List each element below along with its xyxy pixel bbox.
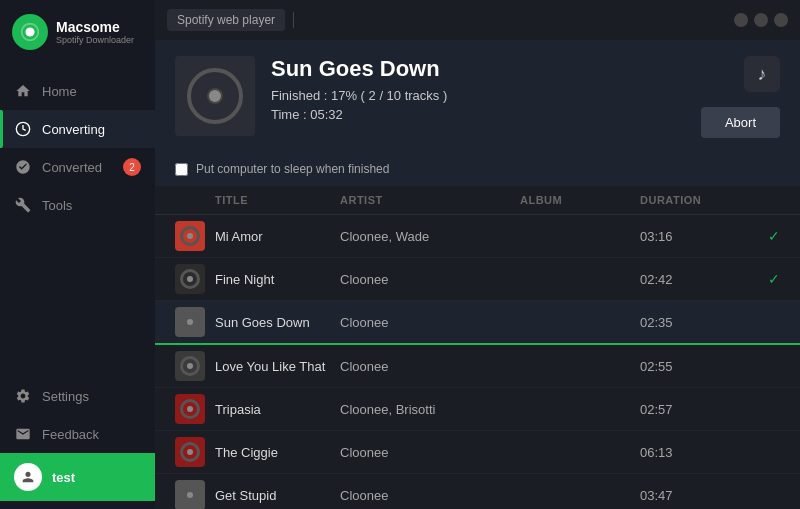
track-artist: Cloonee bbox=[340, 315, 520, 330]
track-artist: Cloonee bbox=[340, 445, 520, 460]
converted-label: Converted bbox=[42, 160, 102, 175]
tools-label: Tools bbox=[42, 198, 72, 213]
track-thumb-cell bbox=[175, 480, 215, 509]
track-duration: 03:47 bbox=[640, 488, 740, 503]
disc-center bbox=[187, 233, 193, 239]
disc-center bbox=[187, 319, 193, 325]
app-name: Macsome bbox=[56, 19, 134, 35]
converted-badge: 2 bbox=[123, 158, 141, 176]
sidebar-bottom: Settings Feedback test bbox=[0, 377, 155, 509]
track-title: Fine Night bbox=[215, 272, 340, 287]
track-title: Sun Goes Down bbox=[215, 315, 340, 330]
track-status: ✓ bbox=[740, 228, 780, 244]
disc-center bbox=[187, 276, 193, 282]
track-artist: Cloonee, Brisotti bbox=[340, 402, 520, 417]
titlebar-left: Spotify web player bbox=[167, 9, 294, 31]
track-title: Get Stupid bbox=[215, 488, 340, 503]
player-label: Spotify web player bbox=[167, 9, 285, 31]
track-thumb-cell bbox=[175, 351, 215, 381]
sleep-checkbox[interactable] bbox=[175, 163, 188, 176]
disc-center bbox=[187, 406, 193, 412]
track-duration: 02:42 bbox=[640, 272, 740, 287]
feedback-label: Feedback bbox=[42, 427, 99, 442]
disc-icon bbox=[180, 226, 200, 246]
checkmark-icon: ✓ bbox=[768, 271, 780, 287]
col-album: ALBUM bbox=[520, 194, 640, 206]
titlebar: Spotify web player — □ ✕ bbox=[155, 0, 800, 40]
track-title: The Ciggie bbox=[215, 445, 340, 460]
titlebar-divider bbox=[293, 12, 294, 28]
svg-point-0 bbox=[25, 27, 34, 36]
disc-icon bbox=[180, 442, 200, 462]
feedback-icon bbox=[14, 425, 32, 443]
home-label: Home bbox=[42, 84, 77, 99]
header-section: Sun Goes Down Finished : 17% ( 2 / 10 tr… bbox=[155, 40, 800, 152]
track-duration: 02:55 bbox=[640, 359, 740, 374]
sidebar-item-settings[interactable]: Settings bbox=[0, 377, 155, 415]
disc-icon bbox=[180, 269, 200, 289]
table-body: Mi Amor Cloonee, Wade 03:16 ✓ Fine Night… bbox=[155, 215, 800, 509]
disc-center bbox=[187, 449, 193, 455]
main-content: Spotify web player — □ ✕ Sun Goes Down F… bbox=[155, 0, 800, 509]
album-title: Sun Goes Down bbox=[271, 56, 780, 82]
nav-items: Home Converting Converted 2 Tools bbox=[0, 64, 155, 232]
track-thumbnail bbox=[175, 221, 205, 251]
abort-area: Abort bbox=[701, 107, 780, 138]
maximize-button[interactable]: □ bbox=[754, 13, 768, 27]
track-thumb-cell bbox=[175, 307, 215, 337]
converted-icon bbox=[14, 158, 32, 176]
table-row[interactable]: Love You Like That Cloonee 02:55 bbox=[155, 345, 800, 388]
table-row[interactable]: The Ciggie Cloonee 06:13 bbox=[155, 431, 800, 474]
track-duration: 02:57 bbox=[640, 402, 740, 417]
logo-icon bbox=[12, 14, 48, 50]
track-artist: Cloonee bbox=[340, 488, 520, 503]
sidebar-item-tools[interactable]: Tools bbox=[0, 186, 155, 224]
table-row[interactable]: Get Stupid Cloonee 03:47 bbox=[155, 474, 800, 509]
sidebar-item-home[interactable]: Home bbox=[0, 72, 155, 110]
converting-label: Converting bbox=[42, 122, 105, 137]
table-row[interactable]: Sun Goes Down Cloonee 02:35 bbox=[155, 301, 800, 345]
app-subtitle: Spotify Downloader bbox=[56, 35, 134, 45]
sidebar-item-converting[interactable]: Converting bbox=[0, 110, 155, 148]
titlebar-controls: — □ ✕ bbox=[734, 13, 788, 27]
track-duration: 03:16 bbox=[640, 229, 740, 244]
track-thumb-cell bbox=[175, 437, 215, 467]
converting-icon bbox=[14, 120, 32, 138]
track-duration: 02:35 bbox=[640, 315, 740, 330]
sidebar: Macsome Spotify Downloader Home Converti… bbox=[0, 0, 155, 509]
progress-text: Finished : 17% ( 2 / 10 tracks ) bbox=[271, 88, 780, 103]
sidebar-item-feedback[interactable]: Feedback bbox=[0, 415, 155, 453]
settings-icon bbox=[14, 387, 32, 405]
checkmark-icon: ✓ bbox=[768, 228, 780, 244]
sidebar-item-converted[interactable]: Converted 2 bbox=[0, 148, 155, 186]
track-title: Mi Amor bbox=[215, 229, 340, 244]
col-status bbox=[740, 194, 780, 206]
close-button[interactable]: ✕ bbox=[774, 13, 788, 27]
track-thumbnail bbox=[175, 307, 205, 337]
track-artist: Cloonee, Wade bbox=[340, 229, 520, 244]
table-row[interactable]: Tripasia Cloonee, Brisotti 02:57 bbox=[155, 388, 800, 431]
disc-center bbox=[187, 492, 193, 498]
track-table: TITLE ARTIST ALBUM DURATION Mi Amor Cloo… bbox=[155, 186, 800, 509]
track-artist: Cloonee bbox=[340, 359, 520, 374]
album-art-center bbox=[207, 88, 223, 104]
col-num bbox=[175, 194, 215, 206]
sleep-checkbox-row: Put computer to sleep when finished bbox=[155, 152, 800, 186]
track-thumbnail bbox=[175, 264, 205, 294]
track-duration: 06:13 bbox=[640, 445, 740, 460]
music-icon-button[interactable]: ♪ bbox=[744, 56, 780, 92]
track-thumb-cell bbox=[175, 394, 215, 424]
minimize-button[interactable]: — bbox=[734, 13, 748, 27]
track-title: Love You Like That bbox=[215, 359, 340, 374]
album-art-disc bbox=[187, 68, 243, 124]
table-row[interactable]: Mi Amor Cloonee, Wade 03:16 ✓ bbox=[155, 215, 800, 258]
col-artist: ARTIST bbox=[340, 194, 520, 206]
disc-center bbox=[187, 363, 193, 369]
abort-button[interactable]: Abort bbox=[701, 107, 780, 138]
home-icon bbox=[14, 82, 32, 100]
table-row[interactable]: Fine Night Cloonee 02:42 ✓ bbox=[155, 258, 800, 301]
col-title: TITLE bbox=[215, 194, 340, 206]
user-item[interactable]: test bbox=[0, 453, 155, 501]
user-avatar bbox=[14, 463, 42, 491]
track-thumbnail bbox=[175, 437, 205, 467]
